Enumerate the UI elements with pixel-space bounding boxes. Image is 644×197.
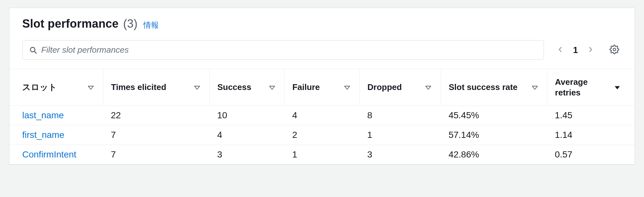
panel-header: Slot performance (3) 情報 <box>9 8 635 34</box>
cell-failure: 4 <box>284 106 359 125</box>
column-header-slot-success-rate[interactable]: Slot success rate <box>441 69 547 106</box>
slot-name-link[interactable]: ConfirmIntent <box>9 145 103 165</box>
slot-performance-table: スロット Times elicited <box>9 69 635 164</box>
column-header-slot[interactable]: スロット <box>9 69 103 106</box>
cell-failure: 2 <box>284 125 359 145</box>
cell-times-elicited: 7 <box>103 125 209 145</box>
panel-count: (3) <box>123 17 137 30</box>
panel-title-text: Slot performance <box>22 17 118 30</box>
table-row: first_name 7 4 2 1 57.14% 1.14 <box>9 125 635 145</box>
svg-marker-4 <box>194 86 200 89</box>
caret-down-outline-icon <box>425 82 431 92</box>
toolbar: 1 <box>9 34 635 69</box>
table-row: last_name 22 10 4 8 45.45% 1.45 <box>9 106 635 125</box>
current-page: 1 <box>573 45 578 55</box>
search-input[interactable] <box>41 45 537 55</box>
cell-dropped: 3 <box>359 145 440 165</box>
column-label: Average retries <box>555 77 610 98</box>
panel-title: Slot performance (3) <box>22 17 137 31</box>
column-header-failure[interactable]: Failure <box>284 69 359 106</box>
sort-button-times-elicited[interactable] <box>194 82 202 92</box>
column-label: Success <box>217 82 251 93</box>
cell-average-retries: 1.45 <box>547 106 635 125</box>
column-label: Dropped <box>367 82 402 93</box>
sort-button-success[interactable] <box>269 82 277 92</box>
column-label: Slot success rate <box>449 82 517 93</box>
svg-point-2 <box>613 48 616 51</box>
caret-down-outline-icon <box>532 82 538 92</box>
slot-performance-panel: Slot performance (3) 情報 1 <box>9 8 635 165</box>
sort-button-average-retries[interactable] <box>614 82 622 92</box>
search-icon <box>29 46 37 54</box>
table-header-row: スロット Times elicited <box>9 69 635 106</box>
column-label: スロット <box>22 82 57 93</box>
table-settings-button[interactable] <box>607 43 622 58</box>
chevron-left-icon <box>557 45 564 56</box>
next-page-button[interactable] <box>585 43 596 58</box>
svg-marker-6 <box>345 86 350 89</box>
cell-dropped: 8 <box>359 106 440 125</box>
caret-down-outline-icon <box>344 82 350 92</box>
column-header-average-retries[interactable]: Average retries <box>547 69 635 106</box>
slot-name-link[interactable]: last_name <box>9 106 103 125</box>
gear-icon <box>610 45 619 56</box>
cell-success: 4 <box>209 125 284 145</box>
table-row: ConfirmIntent 7 3 1 3 42.86% 0.57 <box>9 145 635 165</box>
sort-button-slot-success-rate[interactable] <box>532 82 539 92</box>
search-field[interactable] <box>22 40 544 60</box>
svg-marker-7 <box>426 86 431 89</box>
prev-page-button[interactable] <box>555 43 566 58</box>
sort-button-dropped[interactable] <box>425 82 433 92</box>
sort-button-failure[interactable] <box>344 82 352 92</box>
svg-marker-8 <box>532 86 537 89</box>
column-header-success[interactable]: Success <box>209 69 284 106</box>
cell-times-elicited: 7 <box>103 145 209 165</box>
cell-average-retries: 1.14 <box>547 125 635 145</box>
cell-success: 3 <box>209 145 284 165</box>
caret-down-outline-icon <box>194 82 200 92</box>
cell-slot-success-rate: 42.86% <box>441 145 547 165</box>
cell-average-retries: 0.57 <box>547 145 635 165</box>
slot-name-link[interactable]: first_name <box>9 125 103 145</box>
cell-failure: 1 <box>284 145 359 165</box>
svg-marker-9 <box>615 86 620 89</box>
svg-marker-3 <box>88 86 93 89</box>
cell-times-elicited: 22 <box>103 106 209 125</box>
sort-button-slot[interactable] <box>88 82 95 92</box>
caret-down-outline-icon <box>269 82 275 92</box>
column-header-dropped[interactable]: Dropped <box>359 69 440 106</box>
cell-dropped: 1 <box>359 125 440 145</box>
column-label: Failure <box>292 82 320 93</box>
caret-down-outline-icon <box>88 82 94 92</box>
svg-marker-5 <box>270 86 275 89</box>
column-label: Times elicited <box>111 82 166 93</box>
pagination: 1 <box>552 43 599 58</box>
chevron-right-icon <box>587 45 594 56</box>
column-header-times-elicited[interactable]: Times elicited <box>103 69 209 106</box>
cell-slot-success-rate: 45.45% <box>441 106 547 125</box>
caret-down-solid-icon <box>614 82 620 92</box>
cell-success: 10 <box>209 106 284 125</box>
cell-slot-success-rate: 57.14% <box>441 125 547 145</box>
svg-line-1 <box>34 51 36 53</box>
info-link[interactable]: 情報 <box>143 20 159 30</box>
